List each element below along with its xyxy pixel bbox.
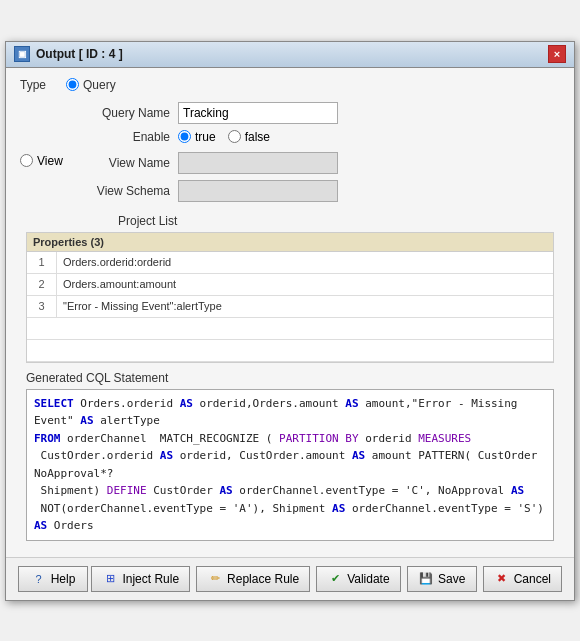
validate-label: Validate (347, 572, 389, 586)
inject-icon: ⊞ (102, 571, 118, 587)
property-val-2: Orders.amount:amount (57, 278, 182, 290)
save-label: Save (438, 572, 465, 586)
close-button[interactable]: × (548, 45, 566, 63)
query-radio-group: Query (66, 78, 116, 92)
enable-true-group: true (178, 130, 216, 144)
help-button[interactable]: ? Help (18, 566, 88, 592)
cql-statement: SELECT Orders.orderid AS orderid,Orders.… (34, 397, 544, 533)
dialog-icon: ▣ (14, 46, 30, 62)
dialog-body: Type Query Query Name Enable true (6, 68, 574, 557)
project-list-label: Project List (118, 214, 560, 228)
cancel-icon: ✖ (494, 571, 510, 587)
enable-false-group: false (228, 130, 270, 144)
enable-label: Enable (80, 130, 170, 144)
view-radio-label[interactable]: View (37, 154, 63, 168)
query-name-input[interactable] (178, 102, 338, 124)
view-fields: View Name View Schema (80, 152, 560, 208)
footer-right: ⊞ Inject Rule ✏ Replace Rule ✔ Validate … (91, 566, 562, 592)
title-bar: ▣ Output [ ID : 4 ] × (6, 42, 574, 68)
title-bar-left: ▣ Output [ ID : 4 ] (14, 46, 123, 62)
view-schema-row: View Schema (80, 180, 560, 202)
query-radio[interactable] (66, 78, 79, 91)
view-radio[interactable] (20, 154, 33, 167)
property-val-1: Orders.orderid:orderid (57, 256, 177, 268)
inject-label: Inject Rule (122, 572, 179, 586)
validate-button[interactable]: ✔ Validate (316, 566, 400, 592)
cancel-label: Cancel (514, 572, 551, 586)
save-button[interactable]: 💾 Save (407, 566, 477, 592)
footer: ? Help ⊞ Inject Rule ✏ Replace Rule ✔ Va… (6, 557, 574, 600)
property-row-empty-1 (27, 318, 553, 340)
cql-label: Generated CQL Statement (26, 371, 554, 385)
type-label: Type (20, 78, 60, 92)
property-num-2: 2 (27, 274, 57, 295)
view-schema-label: View Schema (80, 184, 170, 198)
property-num-3: 3 (27, 296, 57, 317)
property-row[interactable]: 3 "Error - Missing Event":alertType (27, 296, 553, 318)
enable-row: Enable true false (80, 130, 560, 144)
footer-left: ? Help (18, 566, 88, 592)
help-icon: ? (31, 571, 47, 587)
replace-label: Replace Rule (227, 572, 299, 586)
query-radio-label[interactable]: Query (83, 78, 116, 92)
query-name-row: Query Name (80, 102, 560, 124)
enable-false-radio[interactable] (228, 130, 241, 143)
dialog-title: Output [ ID : 4 ] (36, 47, 123, 61)
properties-header: Properties (3) (27, 233, 553, 252)
property-row-empty-2 (27, 340, 553, 362)
enable-options: true false (178, 130, 270, 144)
replace-icon: ✏ (207, 571, 223, 587)
validate-icon: ✔ (327, 571, 343, 587)
enable-true-radio[interactable] (178, 130, 191, 143)
output-dialog: ▣ Output [ ID : 4 ] × Type Query Query N… (5, 41, 575, 601)
view-section: View View Name View Schema (20, 152, 560, 208)
view-schema-input[interactable] (178, 180, 338, 202)
view-radio-col: View (20, 152, 80, 168)
properties-table: Properties (3) 1 Orders.orderid:orderid … (26, 232, 554, 363)
cancel-button[interactable]: ✖ Cancel (483, 566, 562, 592)
inject-rule-button[interactable]: ⊞ Inject Rule (91, 566, 190, 592)
property-num-1: 1 (27, 252, 57, 273)
view-name-input[interactable] (178, 152, 338, 174)
enable-true-label[interactable]: true (195, 130, 216, 144)
query-form-section: Query Name Enable true false (80, 102, 560, 144)
property-row[interactable]: 1 Orders.orderid:orderid (27, 252, 553, 274)
save-icon: 💾 (418, 571, 434, 587)
replace-rule-button[interactable]: ✏ Replace Rule (196, 566, 310, 592)
cql-box: SELECT Orders.orderid AS orderid,Orders.… (26, 389, 554, 541)
enable-false-label[interactable]: false (245, 130, 270, 144)
view-name-label: View Name (80, 156, 170, 170)
query-name-label: Query Name (80, 106, 170, 120)
view-name-row: View Name (80, 152, 560, 174)
property-val-3: "Error - Missing Event":alertType (57, 300, 228, 312)
type-row: Type Query (20, 78, 560, 92)
property-row[interactable]: 2 Orders.amount:amount (27, 274, 553, 296)
cql-section: Generated CQL Statement SELECT Orders.or… (26, 371, 554, 541)
help-label: Help (51, 572, 76, 586)
